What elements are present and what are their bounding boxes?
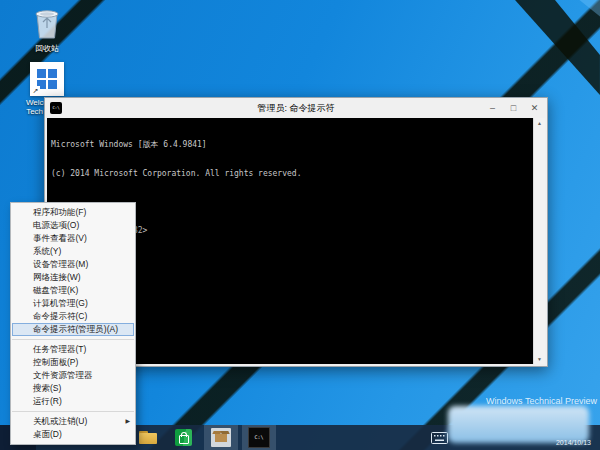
menu-item-disk-management[interactable]: 磁盘管理(K) (11, 284, 135, 297)
shortcut-arrow-icon: ↗ (31, 86, 40, 95)
menu-item-network-connections[interactable]: 网络连接(W) (11, 271, 135, 284)
menu-item-search[interactable]: 搜索(S) (11, 382, 135, 395)
winx-menu: 程序和功能(F) 电源选项(O) 事件查看器(V) 系统(Y) 设备管理器(M)… (10, 202, 136, 445)
store-icon (175, 429, 192, 446)
console-line: (c) 2014 Microsoft Corporation. All righ… (51, 169, 533, 179)
menu-item-file-explorer[interactable]: 文件资源管理器 (11, 369, 135, 382)
setup-package-button[interactable] (204, 425, 238, 450)
wallpaper-dark-beam (500, 0, 600, 110)
menu-item-programs-and-features[interactable]: 程序和功能(F) (11, 206, 135, 219)
menu-item-task-manager[interactable]: 任务管理器(T) (11, 343, 135, 356)
file-explorer-button[interactable] (134, 425, 162, 450)
menu-separator (12, 411, 134, 412)
menu-item-control-panel[interactable]: 控制面板(P) (11, 356, 135, 369)
command-prompt-icon: C:\ (248, 427, 270, 448)
command-prompt-taskbar-button[interactable]: C:\ (242, 425, 276, 450)
desktop-icon-recycle-bin[interactable]: 回收站 (14, 6, 80, 53)
censored-region (448, 406, 589, 443)
menu-item-power-options[interactable]: 电源选项(O) (11, 219, 135, 232)
close-button[interactable]: ✕ (524, 98, 545, 118)
minimize-button[interactable]: – (482, 98, 503, 118)
setup-package-icon (211, 428, 231, 447)
taskbar-clock[interactable]: 2014/10/13 (556, 439, 591, 446)
store-button[interactable] (168, 425, 198, 450)
menu-item-run[interactable]: 运行(R) (11, 395, 135, 408)
menu-item-computer-management[interactable]: 计算机管理(G) (11, 297, 135, 310)
cmd-titlebar[interactable]: C:\ 管理员: 命令提示符 – □ ✕ (45, 98, 547, 118)
menu-item-command-prompt[interactable]: 命令提示符(C) (11, 310, 135, 323)
menu-item-shutdown-signout[interactable]: 关机或注销(U) ▶ (11, 415, 135, 428)
menu-item-command-prompt-admin[interactable]: 命令提示符(管理员)(A) (12, 323, 134, 336)
file-explorer-icon (139, 431, 157, 444)
windows-tile-icon: ↗ (30, 62, 64, 96)
menu-item-desktop[interactable]: 桌面(D) (11, 428, 135, 441)
maximize-button[interactable]: □ (503, 98, 524, 118)
console-scrollbar[interactable]: ▲ ▼ (533, 118, 545, 364)
submenu-arrow-icon: ▶ (125, 415, 130, 428)
menu-item-label: 关机或注销(U) (33, 416, 87, 426)
touch-keyboard-icon (431, 432, 448, 444)
recycle-bin-label: 回收站 (14, 44, 80, 53)
recycle-bin-icon (33, 6, 61, 40)
menu-item-device-manager[interactable]: 设备管理器(M) (11, 258, 135, 271)
menu-item-event-viewer[interactable]: 事件查看器(V) (11, 232, 135, 245)
scroll-down-icon[interactable]: ▼ (534, 356, 545, 362)
menu-item-system[interactable]: 系统(Y) (11, 245, 135, 258)
desktop: 回收站 ↗ Welcome to Tech Prev... Windows Te… (0, 0, 600, 450)
windows-logo-icon (37, 69, 57, 89)
cmd-window-title: 管理员: 命令提示符 (45, 102, 547, 115)
touch-keyboard-button[interactable] (428, 425, 450, 450)
build-watermark: Windows Technical Preview (486, 396, 597, 406)
console-line: Microsoft Windows [版本 6.4.9841] (51, 140, 533, 150)
scroll-up-icon[interactable]: ▲ (534, 120, 545, 126)
menu-separator (12, 339, 134, 340)
